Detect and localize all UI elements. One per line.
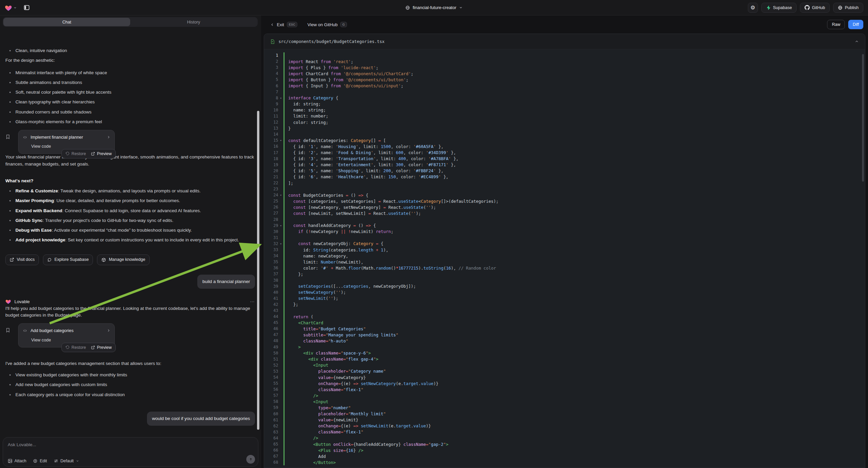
more-options-button[interactable]: ⋯ [250,298,255,305]
ask-input[interactable] [8,442,253,447]
code-line: 64 /> [264,435,865,441]
fold-chevron-icon[interactable]: ▾ [278,139,283,142]
supabase-button[interactable]: Supabase [761,3,797,13]
code-text: const newCategoryObj: Category = { [284,241,383,246]
chat-scrollbar[interactable] [257,111,259,430]
project-switcher[interactable]: financial-future-creator [405,5,463,10]
code-view-header: Exit ESC View on GitHub G Raw Diff [261,16,868,34]
line-number: 46 [264,326,278,331]
code-brackets-icon [23,135,28,139]
preview-button[interactable]: Preview [91,345,112,351]
code-line: 53 placeholder="Category name" [264,368,865,374]
mode-selector[interactable]: Default [54,459,79,463]
code-line: 47 subtitle="Manage your spending limits… [264,332,865,338]
tab-chat[interactable]: Chat [3,18,130,26]
line-number: 13 [264,126,278,130]
code-text: { id: '5', name: 'Shopping', limit: 200,… [284,168,443,173]
code-scrollbar[interactable] [862,54,864,182]
line-number: 11 [264,114,278,118]
diff-toggle-button[interactable]: Diff [848,20,863,29]
tab-history[interactable]: History [130,18,257,26]
chevron-down-icon [459,6,463,9]
view-code-link[interactable]: View code [31,337,111,343]
preview-button[interactable]: Preview [91,151,112,157]
line-number: 57 [264,393,278,398]
code-line: 59 type="number" [264,405,865,411]
list-item: Clean, intuitive navigation [5,47,255,54]
code-text: onChange={(e) => setNewLimit(e.target.va… [284,423,431,429]
diff-added-bar [283,186,284,192]
code-line: 1 [264,52,865,58]
code-line: 61 value={newLimit} [264,417,865,423]
code-text: <div className="space-y-6"> [284,351,371,355]
restore-button[interactable]: Restore [65,345,86,351]
code-text: className="h-auto" [284,339,348,344]
code-text: import ChartCard from '@/components/ui/C… [284,71,413,76]
code-text: const BudgetCategories = () => { [284,193,368,198]
send-button[interactable] [246,455,255,464]
bookmark-icon[interactable] [5,130,18,154]
chat-message-list: Clean, intuitive navigation For the desi… [0,43,261,434]
assistant-paragraph: Your sleek financial planner is now read… [5,154,254,168]
edit-button[interactable]: Edit [33,459,47,463]
visit-docs-button[interactable]: Visit docs [5,255,39,265]
bookmark-icon[interactable] [5,323,18,347]
line-number: 45 [264,320,278,325]
settings-button[interactable]: ⚙ [748,3,758,13]
code-line: 14 [264,131,865,137]
restore-icon [65,346,69,350]
toggle-sidebar-button[interactable] [22,3,32,13]
diff-added-bar [283,89,284,95]
view-code-link[interactable]: View code [31,143,111,149]
view-on-github-button[interactable]: View on GitHub G [307,22,347,27]
chevron-right-icon [107,329,111,332]
code-line: 13} [264,125,865,131]
list-item: Rounded corners and subtle shadows [5,109,255,116]
restore-button[interactable]: Restore [65,151,86,157]
code-line: 21 { id: '6', name: 'Healthcare', limit:… [264,174,865,180]
code-line: 5import { Button } from '@/components/ui… [264,77,865,83]
code-text: ]; [284,181,293,186]
lovable-logo-menu[interactable] [5,4,17,11]
chevron-left-icon [271,23,274,27]
tool-card-implement-financial-planner[interactable]: Implement financial planner View code Re… [18,130,115,154]
code-text: return ( [284,314,313,319]
code-line: 48 className="h-auto" [264,338,865,344]
code-line: 67 Add [264,453,865,459]
code-text: className="flex-1" [284,429,363,434]
line-number: 5 [264,77,278,82]
tool-card-add-budget-categories[interactable]: Add budget categories View code Restore [18,323,115,347]
chevron-up-icon[interactable] [855,39,859,43]
design-list: Minimalist interface with plenty of whit… [5,69,255,125]
list-item: Subtle animations and transitions [5,79,255,86]
code-line: 24▾const BudgetCategories = () => { [264,192,865,198]
list-item: Expand with Backend: Connect Supabase to… [5,207,255,214]
code-text: onChange={(e) => setNewCategory(e.target… [284,381,438,386]
fold-chevron-icon[interactable]: ▾ [278,96,283,100]
fold-chevron-icon[interactable]: ▾ [278,242,283,245]
github-button[interactable]: GitHub [800,3,830,13]
line-number: 35 [264,260,278,264]
line-number: 63 [264,430,278,434]
file-header[interactable]: src/components/budget/BudgetCategories.t… [264,34,865,49]
code-text: { id: '1', name: 'Housing', limit: 1500,… [284,144,443,149]
fold-chevron-icon[interactable]: ▾ [278,194,283,197]
code-text: { id: '6', name: 'Healthcare', limit: 15… [284,174,448,179]
sliders-icon [54,459,58,463]
raw-toggle-button[interactable]: Raw [827,20,845,29]
explore-supabase-button[interactable]: Explore Supabase [43,255,93,265]
code-line: 3import { Plus } from 'lucide-react'; [264,64,865,70]
attach-button[interactable]: Attach [8,459,26,463]
code-text: <Input [284,362,328,368]
manage-knowledge-button[interactable]: Manage knowledge [97,255,149,265]
code-line: 7 [264,89,865,95]
publish-button[interactable]: Publish [833,3,863,13]
line-number: 62 [264,424,278,429]
code-line: 38 [264,277,865,283]
exit-button[interactable]: Exit ESC [271,22,297,27]
code-line: 44 return ( [264,314,865,320]
code-line: 41 setNewLimit(''); [264,295,865,301]
fold-chevron-icon[interactable]: ▾ [278,224,283,227]
supabase-bolt-icon [766,5,771,10]
code-text: <ChartCard [284,320,323,325]
